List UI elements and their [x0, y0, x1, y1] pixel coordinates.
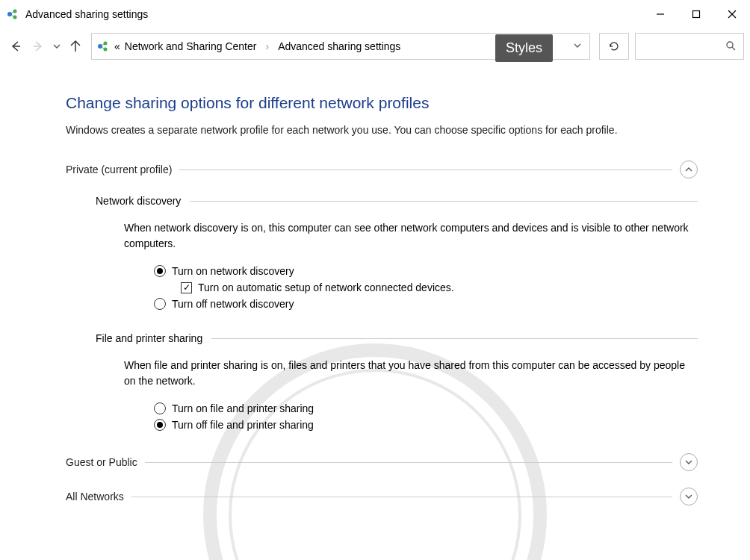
divider	[179, 169, 672, 170]
page-description: Windows creates a separate network profi…	[66, 122, 678, 138]
titlebar: Advanced sharing settings	[0, 0, 750, 28]
network-discovery-desc: When network discovery is on, this compu…	[124, 220, 692, 252]
radio-file-sharing-on[interactable]: Turn on file and printer sharing	[154, 402, 692, 414]
svg-line-4	[11, 15, 13, 16]
checkbox-auto-setup[interactable]: ✓ Turn on automatic setup of network con…	[181, 281, 692, 293]
radio-label: Turn on network discovery	[172, 265, 294, 277]
section-all-header[interactable]: All Networks	[66, 488, 698, 505]
radio-icon	[154, 402, 166, 414]
radio-icon	[154, 265, 166, 277]
back-button[interactable]	[6, 37, 25, 56]
address-dropdown-icon[interactable]	[573, 41, 582, 52]
svg-line-15	[102, 44, 104, 46]
divider	[211, 338, 698, 339]
section-private-header[interactable]: Private (current profile)	[66, 161, 698, 178]
nav-row: « Network and Sharing Center › Advanced …	[0, 28, 750, 64]
radio-file-sharing-off[interactable]: Turn off file and printer sharing	[154, 419, 692, 431]
svg-line-18	[732, 47, 735, 50]
file-printer-body: When file and printer sharing is on, fil…	[124, 358, 692, 431]
radio-label: Turn on file and printer sharing	[172, 402, 314, 414]
file-printer-header: File and printer sharing	[96, 332, 698, 344]
window-title: Advanced sharing settings	[25, 8, 642, 20]
svg-line-16	[102, 47, 104, 49]
up-button[interactable]	[66, 37, 85, 56]
network-discovery-body: When network discovery is on, this compu…	[124, 220, 692, 310]
breadcrumb-part1[interactable]: Network and Sharing Center	[125, 40, 257, 52]
refresh-button[interactable]	[599, 33, 629, 60]
content-area: Change sharing options for different net…	[0, 64, 750, 505]
search-icon	[725, 40, 736, 53]
svg-point-0	[7, 12, 12, 16]
maximize-button[interactable]	[678, 0, 714, 28]
section-guest-title: Guest or Public	[66, 456, 145, 468]
styles-tooltip: Styles	[495, 34, 553, 62]
svg-point-13	[104, 42, 108, 46]
section-guest-header[interactable]: Guest or Public	[66, 453, 698, 471]
section-all-title: All Networks	[66, 491, 131, 503]
radio-net-discovery-off[interactable]: Turn off network discovery	[154, 298, 692, 310]
svg-point-2	[13, 16, 17, 19]
recent-dropdown[interactable]	[51, 37, 63, 56]
breadcrumb-chevron[interactable]: «	[114, 40, 120, 52]
divider	[145, 462, 672, 463]
file-printer-title: File and printer sharing	[96, 332, 211, 344]
radio-label: Turn off file and printer sharing	[172, 419, 314, 431]
page-heading: Change sharing options for different net…	[66, 94, 698, 112]
checkbox-icon: ✓	[181, 282, 192, 293]
breadcrumb: « Network and Sharing Center › Advanced …	[114, 40, 400, 52]
window-controls	[642, 0, 750, 28]
radio-net-discovery-on[interactable]: Turn on network discovery	[154, 265, 692, 277]
breadcrumb-part2[interactable]: Advanced sharing settings	[278, 40, 400, 52]
forward-button[interactable]	[28, 37, 48, 56]
svg-point-14	[104, 48, 108, 52]
svg-rect-6	[693, 11, 700, 18]
divider	[131, 497, 672, 497]
network-discovery-header: Network discovery	[96, 195, 698, 207]
svg-point-1	[13, 10, 17, 13]
app-icon	[6, 7, 19, 21]
address-icon	[96, 40, 110, 53]
svg-point-12	[98, 44, 102, 49]
expand-guest-icon[interactable]	[680, 453, 698, 471]
expand-all-icon[interactable]	[680, 488, 698, 505]
network-discovery-title: Network discovery	[96, 195, 190, 207]
checkbox-label: Turn on automatic setup of network conne…	[198, 281, 454, 293]
file-printer-desc: When file and printer sharing is on, fil…	[124, 358, 692, 389]
radio-icon	[154, 419, 166, 431]
divider	[190, 201, 698, 202]
radio-label: Turn off network discovery	[172, 298, 294, 310]
section-private-title: Private (current profile)	[66, 164, 179, 175]
collapse-private-icon[interactable]	[680, 161, 698, 178]
radio-icon	[154, 298, 166, 310]
breadcrumb-sep: ›	[265, 40, 269, 52]
svg-line-3	[11, 12, 13, 13]
minimize-button[interactable]	[642, 0, 678, 28]
close-button[interactable]	[714, 0, 750, 28]
svg-point-17	[727, 42, 733, 48]
search-box[interactable]	[635, 33, 744, 60]
